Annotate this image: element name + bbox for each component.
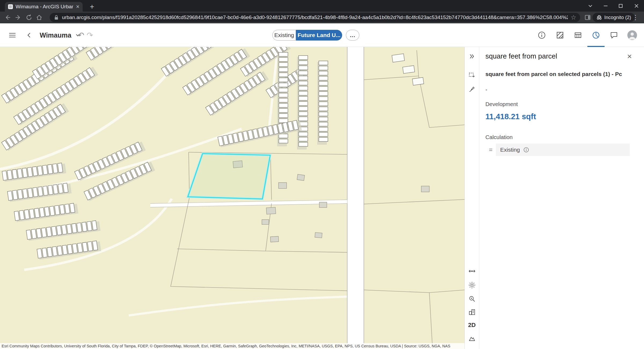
person-icon	[628, 31, 636, 39]
tab-favicon	[8, 4, 13, 9]
browser-menu-icon[interactable]: ⋮	[631, 13, 640, 22]
hamburger-icon	[9, 33, 16, 38]
url-text: urban.arcgis.com/plans/f1991a20285c42529…	[62, 14, 568, 20]
browser-tab[interactable]: Wimauma - ArcGIS Urban ×	[5, 2, 83, 12]
bookmark-star-icon[interactable]: ☆	[570, 14, 576, 21]
panel-dash: -	[485, 86, 487, 93]
window-minimize-button[interactable]	[599, 0, 613, 12]
dashboard-pie-button[interactable]	[591, 30, 601, 41]
calculation-expression[interactable]: Existing	[496, 144, 630, 156]
view-2d-button[interactable]: 2D	[467, 320, 477, 330]
map-canvas[interactable]: Esri Community Maps Contributors, Univer…	[0, 47, 464, 349]
active-tool-underline	[587, 46, 605, 47]
map-attribution: Esri Community Maps Contributors, Univer…	[0, 343, 464, 349]
info-button[interactable]	[536, 30, 547, 41]
side-panel-icon[interactable]	[583, 13, 592, 22]
zoning-sketch-button[interactable]	[555, 30, 565, 41]
development-label: Development	[485, 101, 518, 107]
incognito-icon	[596, 15, 602, 20]
panel-subtitle: square feet from parcel on selected parc…	[485, 71, 638, 77]
app-header: Wimauma ↶ ↷ Existing Future Land U... ..…	[0, 23, 644, 47]
window-close-button[interactable]	[630, 0, 643, 12]
info-icon[interactable]	[523, 147, 529, 153]
back-button[interactable]	[3, 13, 12, 22]
incognito-label: Incognito (2)	[604, 15, 631, 20]
undo-button[interactable]: ↶	[76, 31, 86, 40]
calculation-label: Calculation	[485, 134, 513, 140]
reload-button[interactable]	[24, 13, 34, 22]
plan-selector[interactable]: Wimauma	[40, 23, 80, 47]
collapse-panel-button[interactable]	[467, 51, 477, 61]
apply-style-tool[interactable]	[467, 84, 477, 94]
browser-toolbar: urban.arcgis.com/plans/f1991a20285c42529…	[0, 12, 644, 23]
plan-name: Wimauma	[40, 31, 71, 39]
user-avatar[interactable]	[627, 30, 637, 40]
tool-strip: 2D	[464, 47, 479, 349]
forward-button[interactable]	[13, 13, 23, 22]
comments-button[interactable]	[609, 30, 619, 41]
main-road	[347, 47, 364, 349]
scene-layers-tool[interactable]	[467, 307, 477, 317]
tab-close-icon[interactable]: ×	[76, 4, 79, 10]
home-button[interactable]	[34, 13, 44, 22]
browser-window: Wimauma - ArcGIS Urban × +	[0, 0, 644, 349]
incognito-badge: Incognito (2)	[592, 13, 635, 22]
panel-close-button[interactable]: ×	[624, 50, 635, 62]
calculation-value: Existing	[500, 147, 520, 153]
address-bar[interactable]: urban.arcgis.com/plans/f1991a20285c42529…	[50, 13, 580, 22]
tab-future-land-use[interactable]: Future Land U...	[296, 30, 342, 41]
tab-strip: Wimauma - ArcGIS Urban × +	[0, 0, 644, 12]
app-menu-button[interactable]	[7, 30, 18, 41]
panel-title: square feet from parcel	[485, 52, 557, 60]
window-maximize-button[interactable]	[614, 0, 628, 12]
redo-button[interactable]: ↷	[85, 31, 94, 40]
tab-title: Wimauma - ArcGIS Urban	[16, 4, 73, 10]
back-to-overview-button[interactable]	[24, 30, 35, 41]
search-settings-tool[interactable]	[467, 294, 477, 304]
equals-sign: =	[489, 146, 492, 154]
table-view-button[interactable]	[573, 30, 583, 41]
measure-tool[interactable]	[467, 266, 477, 276]
lock-icon	[54, 15, 59, 20]
tab-existing[interactable]: Existing	[272, 30, 296, 41]
selected-parcel[interactable]	[188, 154, 270, 199]
metric-panel: square feet from parcel × square feet fr…	[479, 47, 644, 349]
select-parcels-tool[interactable]	[467, 70, 477, 80]
tab-search-chevron-icon[interactable]	[583, 0, 597, 12]
daylight-tool[interactable]	[467, 280, 477, 290]
development-value: 11,418.21 sqft	[485, 112, 536, 121]
terrain-tool[interactable]	[467, 333, 477, 344]
new-tab-button[interactable]: +	[87, 2, 97, 11]
more-plans-button[interactable]: ...	[346, 30, 359, 41]
